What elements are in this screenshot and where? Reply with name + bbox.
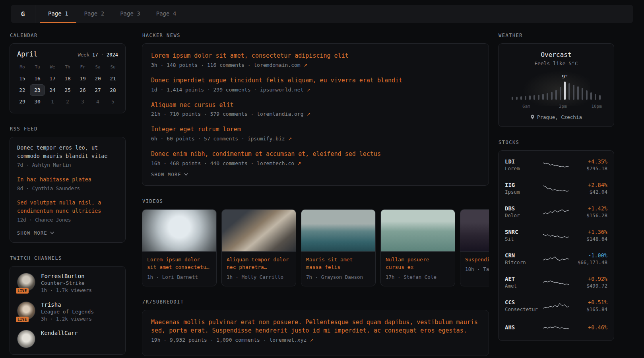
weather-bar bbox=[547, 93, 548, 100]
rss-item-title[interactable]: Donec tempor eros leo, ut commodo mauris… bbox=[17, 144, 118, 160]
weather-bar-column bbox=[582, 88, 583, 100]
hackernews-item-domain[interactable]: loremtech.co bbox=[257, 160, 294, 166]
video-card[interactable]: Lorem ipsum dolor sit amet consectetu… 1… bbox=[142, 209, 217, 286]
video-title[interactable]: Mauris sit amet massa felis bbox=[301, 252, 375, 274]
hackernews-widget: HACKER NEWS Lorem ipsum dolor sit amet, … bbox=[142, 33, 489, 186]
weather-location: Prague, Czechia bbox=[537, 114, 582, 120]
rss-item-title[interactable]: In hac habitasse platea bbox=[17, 175, 118, 184]
twitch-channel-row[interactable]: LIVE ForrestBurton Counter-Strike 1h · 1… bbox=[17, 273, 118, 294]
hackernews-item: Lorem ipsum dolor sit amet, consectetur … bbox=[151, 52, 480, 68]
video-thumbnail[interactable] bbox=[301, 210, 375, 252]
rss-item[interactable]: Donec tempor eros leo, ut commodo mauris… bbox=[17, 144, 118, 169]
weather-bar-column bbox=[573, 85, 574, 100]
hackernews-show-more-button[interactable]: SHOW MORE bbox=[151, 172, 480, 177]
video-title[interactable]: Nullam posuere cursus ex bbox=[381, 252, 455, 274]
weather-bar bbox=[560, 87, 561, 100]
page-tab[interactable]: Page 3 bbox=[112, 5, 148, 23]
stock-name: Amet bbox=[505, 283, 543, 289]
stock-change: +1.36% bbox=[569, 229, 607, 235]
video-meta: 18h · Tara bbox=[460, 266, 489, 278]
video-meta: 1h · Molly Carrillo bbox=[222, 274, 296, 286]
stock-values: +0.46% bbox=[569, 324, 607, 331]
twitch-channel-row[interactable]: LIVE Trisha League of Legends 3h · 1.2k … bbox=[17, 302, 118, 323]
stock-row[interactable]: DBS Dolor +1.42% $156.28 bbox=[499, 200, 614, 224]
video-title[interactable]: Suspendis diam bbox=[460, 252, 489, 266]
video-title[interactable]: Lorem ipsum dolor sit amet consectetu… bbox=[142, 252, 216, 274]
weather-condition: Overcast bbox=[505, 51, 607, 58]
stock-row[interactable]: AHS +0.46% bbox=[499, 317, 614, 338]
rss-item-meta: 8d · Cynthia Saunders bbox=[17, 185, 118, 193]
channel-game: Counter-Strike bbox=[41, 280, 92, 286]
channel-name[interactable]: KendallCarr bbox=[41, 330, 78, 336]
calendar-day: 20 bbox=[90, 73, 105, 84]
calendar-day: 23 bbox=[30, 84, 45, 96]
rss-show-more-button[interactable]: SHOW MORE bbox=[17, 230, 118, 236]
rss-item-meta: 7d · Ashlyn Martin bbox=[17, 161, 118, 169]
hackernews-item-domain[interactable]: ipsumify.biz bbox=[248, 136, 285, 142]
hackernews-item-title[interactable]: Donec imperdiet augue tincidunt felis al… bbox=[151, 76, 480, 85]
stock-identity: SNRC Sit bbox=[505, 229, 543, 242]
rss-item[interactable]: Sed volutpat nulla nisl, a condimentum n… bbox=[17, 198, 118, 224]
stock-row[interactable]: SNRC Sit +1.36% $148.64 bbox=[499, 224, 614, 247]
stock-row[interactable]: IIG Ipsum +2.84% $42.04 bbox=[499, 177, 614, 200]
video-title[interactable]: Aliquam tempor dolor nec pharetra… bbox=[222, 252, 296, 274]
page-tab[interactable]: Page 1 bbox=[40, 5, 76, 23]
calendar-year: 2024 bbox=[107, 52, 118, 58]
video-thumbnail[interactable] bbox=[222, 210, 296, 252]
weather-hourly-chart: 9° bbox=[508, 70, 604, 110]
stock-sparkline bbox=[543, 301, 569, 311]
channel-name[interactable]: Trisha bbox=[41, 302, 94, 308]
subreddit-post-meta: 19h · 9,932 points · 1,090 comments · lo… bbox=[151, 337, 480, 343]
weekday-label: Su bbox=[105, 62, 120, 72]
weather-axis: 6am2pm10pm bbox=[508, 103, 604, 110]
twitch-channel-row[interactable]: KendallCarr bbox=[17, 330, 118, 348]
subreddit-post-domain[interactable]: loremnet.xyz bbox=[269, 337, 306, 343]
hackernews-item-domain[interactable]: loremlandia.org bbox=[257, 111, 303, 117]
stock-row[interactable]: LDI Lorem +4.35% $795.18 bbox=[499, 153, 614, 177]
hackernews-item-title[interactable]: Donec enim nibh, condimentum et accumsan… bbox=[151, 150, 480, 159]
twitch-widget: TWITCH CHANNELS LIVE ForrestBurton Count… bbox=[10, 255, 126, 355]
video-thumbnail[interactable] bbox=[381, 210, 455, 252]
hackernews-item-domain[interactable]: ipsumworld.net bbox=[260, 87, 304, 93]
stock-identity: DBS Dolor bbox=[505, 205, 543, 218]
weather-bar bbox=[573, 85, 574, 100]
app-logo[interactable]: G bbox=[11, 5, 35, 23]
stock-values: +1.36% $148.64 bbox=[569, 229, 607, 242]
weather-bar bbox=[586, 90, 588, 100]
weekday-label: Mo bbox=[15, 62, 30, 72]
stock-row[interactable]: CRN Bitcorn -1.00% $66,171.48 bbox=[499, 247, 614, 270]
video-card[interactable]: Suspendis diam 18h · Tara bbox=[460, 209, 489, 286]
stock-name: Dolor bbox=[505, 212, 543, 218]
video-thumbnail[interactable] bbox=[142, 210, 216, 252]
weather-location-row: Prague, Czechia bbox=[505, 114, 607, 120]
stocks-widget: STOCKS LDI Lorem +4.35% $795.18 bbox=[498, 140, 614, 341]
weather-bar bbox=[564, 82, 566, 100]
video-card[interactable]: Nullam posuere cursus ex 17h · Stefan Co… bbox=[380, 209, 455, 286]
weather-bar-column bbox=[542, 94, 544, 100]
top-bar: G Page 1 Page 2 Page 3 Page 4 bbox=[11, 5, 633, 23]
weekday-label: Tu bbox=[30, 62, 45, 72]
weather-bar-column bbox=[512, 97, 513, 100]
weather-bar bbox=[520, 96, 522, 100]
hackernews-item-domain[interactable]: loremdomain.com bbox=[254, 62, 300, 68]
video-card[interactable]: Aliquam tempor dolor nec pharetra… 1h · … bbox=[221, 209, 296, 286]
video-card[interactable]: Mauris sit amet massa felis 7h · Grayson… bbox=[301, 209, 376, 286]
rss-item-title[interactable]: Sed volutpat nulla nisl, a condimentum n… bbox=[17, 198, 118, 215]
hackernews-item-title[interactable]: Lorem ipsum dolor sit amet, consectetur … bbox=[151, 52, 480, 60]
stock-price: $42.04 bbox=[569, 189, 607, 195]
page-tab[interactable]: Page 2 bbox=[76, 5, 113, 23]
subreddit-post-title[interactable]: Maecenas mollis pulvinar erat non posuer… bbox=[151, 318, 480, 336]
twitch-card: LIVE ForrestBurton Counter-Strike 1h · 1… bbox=[10, 266, 126, 355]
page-tab[interactable]: Page 4 bbox=[148, 5, 184, 23]
calendar-card: April Week 17 · 2024 MoTuWeThFrSaSu 1516… bbox=[10, 43, 126, 113]
chevron-down-icon bbox=[50, 232, 54, 234]
stock-row[interactable]: AET Amet +0.92% $499.72 bbox=[499, 270, 614, 294]
hackernews-item-title[interactable]: Integer eget rutrum lorem bbox=[151, 125, 480, 134]
rss-item[interactable]: In hac habitasse platea 8d · Cynthia Sau… bbox=[17, 175, 118, 193]
stock-row[interactable]: CCS Consectetur +0.51% $165.84 bbox=[499, 294, 614, 317]
video-thumbnail[interactable] bbox=[460, 210, 489, 252]
hackernews-item-title[interactable]: Aliquam nec cursus elit bbox=[151, 101, 480, 110]
weather-bar-column bbox=[586, 90, 588, 100]
channel-name[interactable]: ForrestBurton bbox=[41, 273, 92, 279]
weather-bar bbox=[542, 94, 544, 100]
